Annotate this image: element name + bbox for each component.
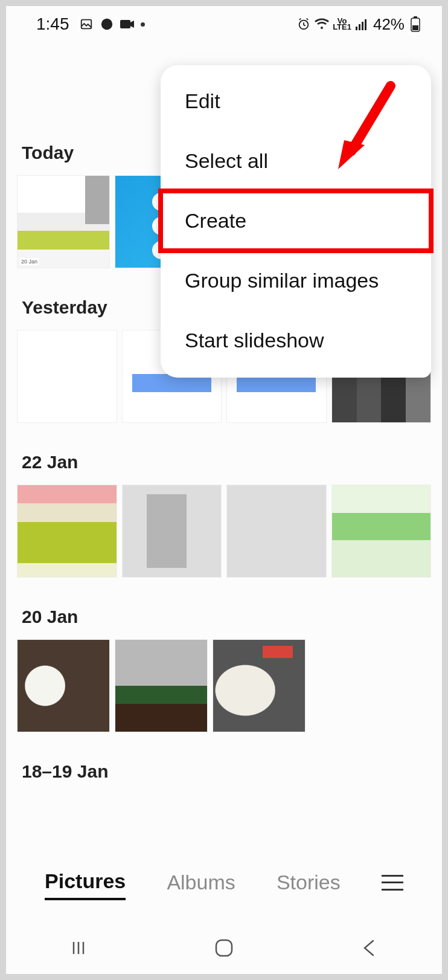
section-header-1819jan: 18–19 Jan [22,761,431,782]
svg-rect-5 [359,24,360,30]
svg-marker-12 [338,140,365,169]
battery-percent: 42% [373,15,405,34]
globe-icon [100,17,114,31]
signal-icon [355,17,370,31]
status-bar: 1:45 VoLTE1 42% [6,6,442,40]
status-left: 1:45 [36,15,145,34]
photo-thumb[interactable] [331,485,432,578]
menu-item-create[interactable]: Create [161,191,431,251]
svg-rect-6 [362,22,363,30]
wifi-icon [315,17,329,31]
notification-dot-icon [141,22,145,27]
photo-thumb[interactable] [17,639,110,732]
svg-rect-4 [356,27,357,30]
photo-thumb[interactable] [122,485,222,578]
clock-time: 1:45 [36,15,69,34]
phone-screen: 1:45 VoLTE1 42% [0,0,448,980]
camera-icon [120,17,135,31]
thumb-date-label: 20 Jan [20,258,39,265]
annotation-arrow-icon [333,79,406,184]
tab-pictures[interactable]: Pictures [45,865,126,900]
photo-thumb[interactable] [17,485,117,578]
recents-button[interactable] [65,934,92,962]
svg-rect-7 [365,19,366,30]
menu-item-start-slideshow[interactable]: Start slideshow [161,311,431,370]
status-right: VoLTE1 42% [296,15,423,34]
svg-rect-16 [216,940,232,956]
alarm-icon [296,17,311,31]
svg-point-1 [101,19,112,30]
section-header-20jan: 20 Jan [22,607,431,627]
grid-20jan [17,639,431,732]
back-button[interactable] [356,934,383,962]
svg-rect-9 [414,16,417,18]
photo-thumb[interactable] [213,639,306,732]
svg-line-11 [351,86,391,151]
bottom-tabs: Pictures Albums Stories [6,865,442,915]
svg-rect-10 [412,25,418,30]
menu-item-group-similar[interactable]: Group similar images [161,251,431,311]
photo-thumb[interactable] [17,330,117,423]
image-icon [79,17,94,31]
photo-thumb[interactable]: 20 Jan [17,175,110,268]
volte-icon: VoLTE1 [333,18,351,30]
hamburger-menu-icon[interactable] [382,875,403,891]
tab-stories[interactable]: Stories [277,866,341,899]
grid-22jan [17,485,431,578]
photo-thumb[interactable] [226,485,327,578]
section-header-22jan: 22 Jan [22,452,431,472]
tab-albums[interactable]: Albums [167,866,235,899]
svg-rect-2 [120,20,130,28]
home-button[interactable] [210,934,238,962]
system-nav-bar [6,922,442,974]
battery-icon [408,17,423,31]
photo-thumb[interactable] [115,639,208,732]
